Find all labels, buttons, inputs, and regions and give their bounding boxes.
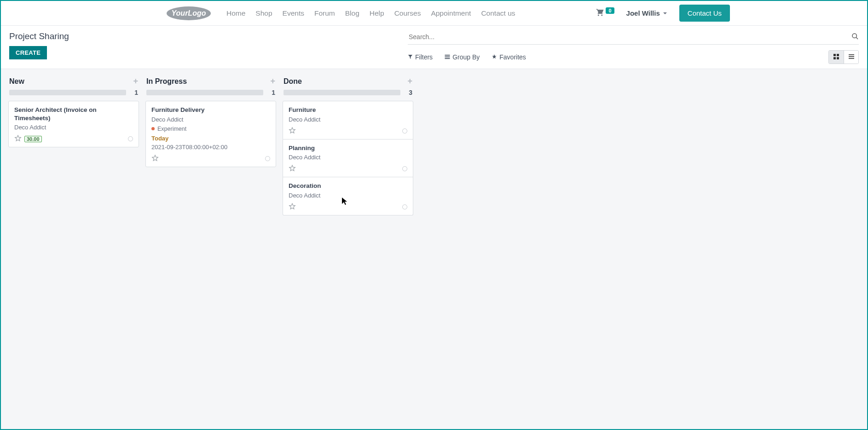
nav-home[interactable]: Home [226, 9, 245, 17]
status-indicator[interactable] [265, 156, 270, 161]
nav-courses[interactable]: Courses [394, 9, 421, 17]
nav-forum[interactable]: Forum [314, 9, 335, 17]
status-indicator[interactable] [402, 204, 407, 209]
svg-rect-11 [849, 54, 854, 55]
svg-text:YourLogo: YourLogo [172, 9, 206, 17]
card-title: Furniture [289, 106, 407, 114]
column-count: 1 [131, 89, 138, 96]
column-cards: Furniture Deco Addict Planning Deco Addi… [283, 101, 413, 215]
search-row [408, 31, 859, 45]
svg-rect-13 [849, 58, 854, 59]
kanban-column-in-progress: In Progress + 1 Furniture Delivery Deco … [145, 76, 276, 167]
nav-shop[interactable]: Shop [255, 9, 272, 17]
column-title: New [9, 77, 24, 86]
svg-rect-12 [849, 56, 854, 57]
column-add-button[interactable]: + [407, 76, 412, 86]
status-indicator[interactable] [402, 128, 407, 134]
kanban-card[interactable]: Furniture Deco Addict [283, 101, 413, 139]
nav-contactus[interactable]: Contact us [481, 9, 515, 17]
nav-right: 0 Joel Willis Contact Us [596, 5, 730, 22]
card-left-icons [289, 203, 296, 211]
list-icon [445, 53, 450, 61]
svg-rect-5 [445, 57, 450, 58]
nav-appointment[interactable]: Appointment [431, 9, 471, 17]
card-footer [289, 127, 407, 135]
card-title: Senior Architect (Invoice on Timesheets) [14, 106, 133, 122]
kanban-card[interactable]: Decoration Deco Addict [283, 177, 413, 215]
card-subtitle: Deco Addict [151, 116, 270, 123]
status-indicator[interactable] [402, 166, 407, 171]
nav-blog[interactable]: Blog [345, 9, 359, 17]
svg-rect-9 [833, 57, 836, 59]
site-logo[interactable]: YourLogo [166, 5, 212, 22]
svg-rect-10 [837, 57, 839, 59]
star-toggle[interactable] [14, 134, 22, 143]
filter-row: Filters Group By Favorites [408, 50, 859, 64]
column-add-button[interactable]: + [270, 76, 275, 86]
cart-button[interactable]: 0 [596, 8, 614, 18]
cart-badge: 0 [606, 7, 614, 14]
svg-point-2 [852, 34, 856, 38]
kanban-column-new: New + 1 Senior Architect (Invoice on Tim… [8, 76, 139, 147]
search-input[interactable] [408, 31, 851, 42]
card-title: Furniture Delivery [151, 106, 270, 114]
svg-line-3 [856, 37, 858, 39]
list-view-icon [848, 53, 855, 61]
kanban-card[interactable]: Senior Architect (Invoice on Timesheets)… [8, 101, 139, 147]
card-today-label: Today [151, 135, 270, 142]
card-title: Decoration [289, 182, 407, 190]
column-title: Done [284, 77, 302, 86]
column-cards: Furniture Delivery Deco Addict Experimen… [145, 101, 276, 167]
card-tag: Experiment [151, 126, 270, 132]
card-footer [151, 154, 270, 163]
user-menu[interactable]: Joel Willis [626, 9, 667, 17]
star-icon [492, 53, 497, 61]
contact-us-button[interactable]: Contact Us [679, 5, 730, 22]
create-button[interactable]: CREATE [9, 46, 47, 59]
filters-button[interactable]: Filters [408, 53, 433, 61]
kanban-card[interactable]: Planning Deco Addict [283, 139, 413, 178]
status-indicator[interactable] [128, 136, 133, 141]
column-header: Done + [283, 76, 413, 89]
cart-icon [596, 8, 605, 18]
column-add-button[interactable]: + [133, 76, 138, 86]
card-subtitle: Deco Addict [289, 116, 407, 123]
star-toggle[interactable] [289, 164, 296, 173]
user-name: Joel Willis [626, 9, 660, 17]
svg-rect-8 [837, 54, 839, 56]
top-navbar: YourLogo Home Shop Events Forum Blog Hel… [1, 1, 867, 26]
progress-bar [9, 90, 126, 95]
groupby-button[interactable]: Group By [445, 53, 480, 61]
card-subtitle: Deco Addict [289, 154, 407, 161]
hours-chip: 30.00 [24, 136, 42, 142]
card-footer [289, 203, 407, 211]
card-left-icons [289, 127, 296, 135]
card-footer [289, 164, 407, 173]
column-progress: 1 [8, 89, 139, 101]
filters-label: Filters [415, 53, 433, 61]
star-toggle[interactable] [289, 127, 296, 135]
progress-bar [146, 90, 263, 95]
progress-bar [284, 90, 400, 95]
column-count: 1 [268, 89, 275, 96]
search-icon[interactable] [851, 33, 859, 41]
view-switcher [828, 50, 859, 64]
card-subtitle: Deco Addict [14, 124, 133, 131]
kanban-icon [833, 53, 839, 61]
nav-events[interactable]: Events [283, 9, 304, 17]
star-toggle[interactable] [289, 203, 296, 211]
card-left-icons [151, 154, 159, 163]
kanban-card[interactable]: Furniture Delivery Deco Addict Experimen… [145, 101, 276, 167]
kanban-column-done: Done + 3 Furniture Deco Addict [283, 76, 413, 215]
card-date: 2021-09-23T08:00:00+02:00 [151, 144, 270, 151]
nav-help[interactable]: Help [370, 9, 384, 17]
star-toggle[interactable] [151, 154, 159, 163]
card-subtitle: Deco Addict [289, 192, 407, 199]
column-cards: Senior Architect (Invoice on Timesheets)… [8, 101, 139, 147]
column-title: In Progress [146, 77, 187, 86]
control-bar-right: Filters Group By Favorites [408, 31, 859, 64]
list-view-button[interactable] [844, 51, 858, 64]
card-title: Planning [289, 144, 407, 152]
kanban-view-button[interactable] [829, 51, 844, 64]
favorites-button[interactable]: Favorites [492, 53, 526, 61]
